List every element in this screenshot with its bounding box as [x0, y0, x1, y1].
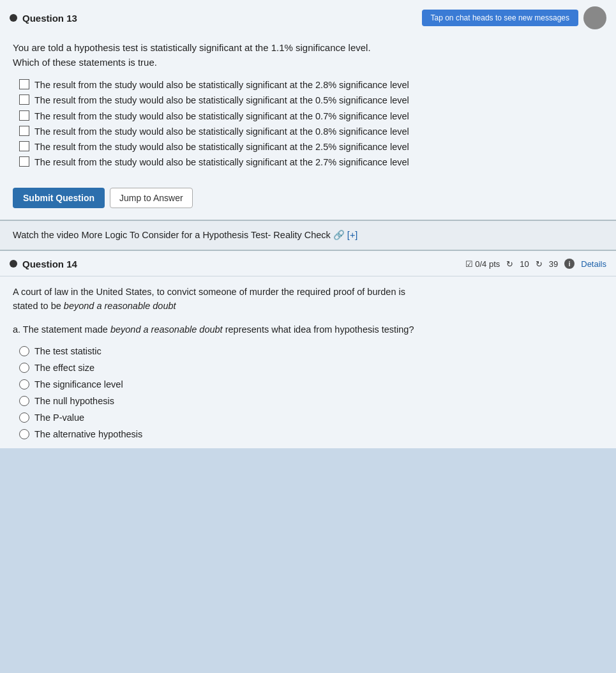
radio-text-4: The null hypothesis — [34, 396, 114, 406]
action-buttons-q13: Submit Question Jump to Answer — [0, 179, 616, 220]
list-item: The test statistic — [19, 346, 603, 356]
video-section: Watch the video More Logic To Consider f… — [0, 221, 616, 251]
checkbox-1[interactable] — [19, 79, 29, 89]
list-item: The result from the study would also be … — [19, 156, 603, 169]
checkbox-2[interactable] — [19, 95, 29, 105]
choice-text-4: The result from the study would also be … — [34, 125, 409, 138]
avatar — [583, 6, 606, 29]
list-item: The result from the study would also be … — [19, 79, 603, 91]
plus-label[interactable]: [+] — [347, 230, 358, 240]
undo-icon[interactable]: ↻ — [506, 259, 513, 269]
choice-text-1: The result from the study would also be … — [34, 79, 409, 91]
list-item: The result from the study would also be … — [19, 125, 603, 138]
checkbox-4[interactable] — [19, 126, 29, 136]
list-item: The null hypothesis — [19, 396, 603, 406]
choice-text-6: The result from the study would also be … — [34, 156, 409, 169]
question13-body: You are told a hypothesis test is statis… — [0, 34, 616, 179]
q14-line1: A court of law in the United States, to … — [13, 287, 405, 297]
list-item: The result from the study would also be … — [19, 140, 603, 153]
q14-line2-plain: stated to be — [13, 301, 64, 311]
list-item: The result from the study would also be … — [19, 94, 603, 107]
submit-question-button[interactable]: Submit Question — [13, 188, 105, 208]
checkmark-icon: ☑ — [465, 259, 473, 269]
list-item: The alternative hypothesis — [19, 429, 603, 439]
radio-3[interactable] — [19, 379, 29, 389]
radio-text-5: The P-value — [34, 412, 84, 423]
radio-1[interactable] — [19, 346, 29, 356]
question13-header: Question 13 Tap on chat heads to see new… — [0, 0, 616, 34]
video-description: Watch the video More Logic To Consider f… — [13, 230, 331, 240]
answer-choices-q13: The result from the study would also be … — [13, 79, 603, 169]
question14-header: Question 14 ☑ 0/4 pts ↻ 10 ↻ 39 i Detail… — [0, 251, 616, 276]
radio-2[interactable] — [19, 363, 29, 373]
question14-title: Question 14 — [10, 259, 77, 269]
q14-body-text: A court of law in the United States, to … — [13, 285, 603, 314]
question13-title: Question 13 — [10, 13, 77, 24]
list-item: The significance level — [19, 379, 603, 389]
radio-text-1: The test statistic — [34, 346, 101, 356]
list-item: The P-value — [19, 412, 603, 423]
radio-text-2: The effect size — [34, 363, 94, 373]
details-label[interactable]: Details — [581, 259, 606, 269]
checkbox-3[interactable] — [19, 110, 29, 121]
radio-6[interactable] — [19, 429, 29, 439]
question13-text: You are told a hypothesis test is statis… — [13, 41, 603, 70]
redo-icon[interactable]: ↻ — [536, 259, 543, 269]
chat-banner-text: Tap on chat heads to see new messages — [431, 13, 569, 22]
pts-value: 0/4 pts — [475, 259, 500, 269]
sub-q-end: represents what idea from hypothesis tes… — [225, 324, 414, 335]
info-icon[interactable]: i — [564, 259, 575, 269]
question14-body: A court of law in the United States, to … — [0, 276, 616, 448]
checkbox-6[interactable] — [19, 156, 29, 167]
radio-5[interactable] — [19, 412, 29, 423]
radio-text-6: The alternative hypothesis — [34, 429, 142, 439]
chat-banner[interactable]: Tap on chat heads to see new messages — [422, 10, 578, 26]
question13-section: Question 13 Tap on chat heads to see new… — [0, 0, 616, 221]
radio-4[interactable] — [19, 396, 29, 406]
radio-text-3: The significance level — [34, 379, 123, 389]
question14-label: Question 14 — [22, 259, 77, 269]
undo-count: 10 — [520, 259, 529, 269]
question14-section: Question 14 ☑ 0/4 pts ↻ 10 ↻ 39 i Detail… — [0, 251, 616, 448]
page-container: Question 13 Tap on chat heads to see new… — [0, 0, 616, 448]
radio-choices-q14: The test statistic The effect size The s… — [13, 346, 603, 439]
question13-line1: You are told a hypothesis test is statis… — [13, 42, 371, 53]
sub-q-italic: beyond a reasonable doubt — [110, 324, 223, 335]
pts-info: ☑ 0/4 pts ↻ 10 ↻ 39 i Details — [465, 259, 606, 269]
list-item: The result from the study would also be … — [19, 110, 603, 123]
question13-line2: Which of these statements is true. — [13, 57, 157, 68]
choice-text-2: The result from the study would also be … — [34, 94, 409, 107]
q14-sub-question: a. The statement made beyond a reasonabl… — [13, 323, 603, 337]
bullet-dot — [10, 14, 17, 22]
choice-text-5: The result from the study would also be … — [34, 140, 409, 153]
pts-badge: ☑ 0/4 pts — [465, 259, 500, 269]
redo-count: 39 — [549, 259, 558, 269]
video-text: Watch the video More Logic To Consider f… — [13, 230, 603, 241]
jump-to-answer-button[interactable]: Jump to Answer — [110, 188, 193, 208]
question13-label: Question 13 — [22, 13, 77, 24]
q14-line2-italic: beyond a reasonable doubt — [64, 301, 176, 311]
list-item: The effect size — [19, 363, 603, 373]
link-icon: 🔗 — [333, 230, 345, 240]
checkbox-5[interactable] — [19, 141, 29, 151]
bullet-dot-q14 — [10, 260, 17, 268]
choice-text-3: The result from the study would also be … — [34, 110, 409, 123]
sub-q-start: a. The statement made — [13, 324, 108, 335]
